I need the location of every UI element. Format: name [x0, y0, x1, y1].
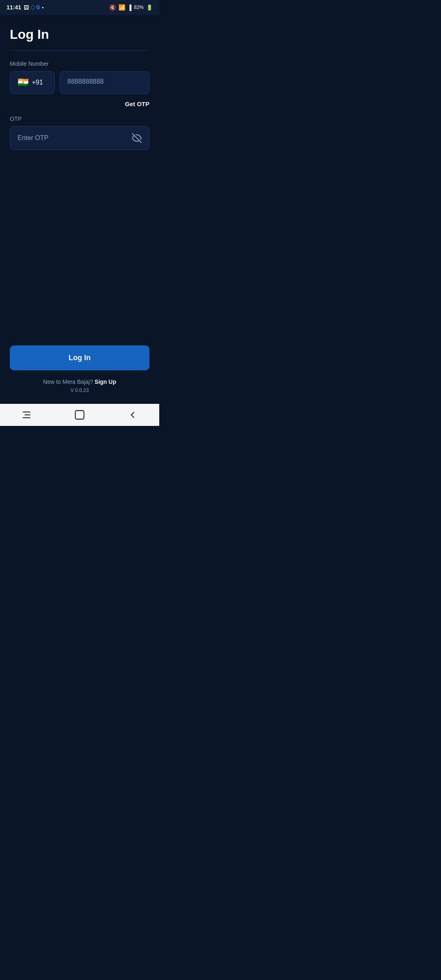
signup-prompt-text: New to Mera Bajaj?	[43, 379, 93, 385]
signup-row: New to Mera Bajaj? Sign Up	[10, 379, 149, 385]
nav-bar	[0, 404, 159, 426]
country-code-box[interactable]: 🇮🇳 +91	[10, 71, 55, 94]
country-code-text: +91	[32, 79, 43, 86]
spacer	[10, 160, 149, 329]
eye-off-icon	[132, 133, 142, 143]
battery-text: 82%	[134, 4, 144, 10]
home-icon	[74, 409, 85, 421]
nav-menu-button[interactable]	[21, 409, 32, 421]
otp-input[interactable]	[18, 134, 132, 142]
dot-icon: ●	[42, 6, 44, 9]
get-otp-row: Get OTP	[10, 100, 149, 107]
mobile-number-input[interactable]	[67, 78, 142, 85]
status-bar: 11:41 🖼 ⬡ G ● 🔇 📶 ▐ 82% 🔋	[0, 0, 159, 15]
svg-rect-4	[76, 411, 84, 419]
status-bar-right: 🔇 📶 ▐ 82% 🔋	[109, 4, 153, 11]
version-text: V 0.0.23	[10, 388, 149, 393]
bottom-section: Log In New to Mera Bajaj? Sign Up V 0.0.…	[0, 337, 159, 404]
mobile-input-box[interactable]	[60, 71, 149, 94]
mobile-number-label: Mobile Number	[10, 60, 149, 67]
g-icon: G	[36, 4, 40, 10]
login-button[interactable]: Log In	[10, 345, 149, 370]
status-icons: 🖼 ⬡ G ●	[24, 4, 44, 11]
battery-icon: 🔋	[146, 4, 153, 11]
back-icon	[127, 409, 138, 421]
menu-icon	[21, 409, 32, 421]
page-title: Log In	[10, 27, 149, 42]
bluetooth-icon: ⬡	[31, 4, 35, 10]
mobile-number-row: 🇮🇳 +91	[10, 71, 149, 94]
get-otp-button[interactable]: Get OTP	[125, 100, 149, 107]
divider	[10, 50, 149, 51]
gallery-icon: 🖼	[24, 4, 29, 11]
signal-icon: ▐	[128, 4, 131, 11]
wifi-icon: 📶	[118, 4, 125, 11]
toggle-otp-visibility-button[interactable]	[132, 133, 142, 143]
nav-home-button[interactable]	[74, 409, 85, 421]
main-content: Log In Mobile Number 🇮🇳 +91 Get OTP OTP	[0, 15, 159, 337]
status-bar-left: 11:41 🖼 ⬡ G ●	[7, 4, 44, 11]
otp-label: OTP	[10, 116, 149, 122]
status-time: 11:41	[7, 4, 21, 11]
signup-link[interactable]: Sign Up	[95, 379, 116, 385]
flag-icon: 🇮🇳	[18, 78, 29, 87]
nav-back-button[interactable]	[127, 409, 138, 421]
otp-input-box[interactable]	[10, 126, 149, 150]
mute-icon: 🔇	[109, 4, 116, 11]
